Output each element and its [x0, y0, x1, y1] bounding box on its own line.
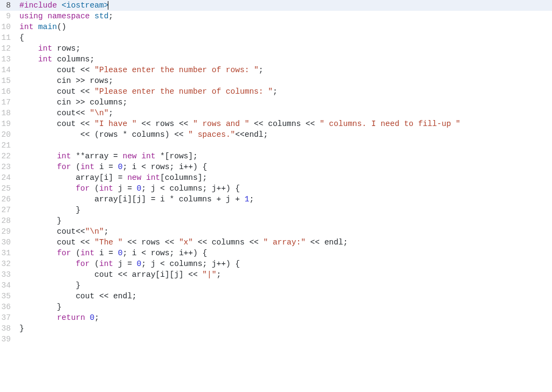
- code-line[interactable]: 18 cout<< "\n";: [0, 108, 552, 118]
- code-content[interactable]: cout<< "\n";: [16, 108, 552, 118]
- code-content[interactable]: array[i][j] = i * columns + j + 1;: [16, 194, 552, 205]
- code-token: }: [19, 324, 24, 333]
- code-line[interactable]: 8#include <iostream>: [0, 0, 552, 11]
- code-token: [19, 249, 57, 257]
- code-line[interactable]: 19 cout << "I have " << rows << " rows a…: [0, 118, 552, 129]
- code-content[interactable]: }: [16, 215, 552, 226]
- code-line[interactable]: 33 cout << array[i][j] << "|";: [0, 269, 552, 280]
- code-line[interactable]: 34 }: [0, 280, 552, 291]
- line-number: 34: [0, 280, 16, 291]
- code-token: std: [94, 12, 108, 20]
- code-token: cin >> columns;: [19, 98, 127, 107]
- code-line[interactable]: 14 cout << "Please enter the number of r…: [0, 65, 552, 75]
- code-content[interactable]: array[i] = new int[columns];: [16, 172, 552, 183]
- code-content[interactable]: for (int i = 0; i < rows; i++) {: [16, 248, 552, 258]
- code-content[interactable]: int columns;: [16, 54, 552, 65]
- code-line[interactable]: 15 cin >> rows;: [0, 75, 552, 86]
- code-line[interactable]: 20 << (rows * columns) << " spaces."<<en…: [0, 129, 552, 140]
- code-content[interactable]: for (int j = 0; j < columns; j++) {: [16, 183, 552, 194]
- line-number: 8: [0, 0, 16, 11]
- code-content[interactable]: [16, 334, 552, 345]
- code-line[interactable]: 39: [0, 334, 552, 345]
- code-token: }: [19, 216, 61, 225]
- line-number: 21: [0, 140, 16, 151]
- code-line[interactable]: 9using namespace std;: [0, 11, 552, 22]
- code-token: 0: [90, 313, 95, 322]
- code-line[interactable]: 10int main(): [0, 22, 552, 32]
- code-content[interactable]: }: [16, 280, 552, 291]
- code-token: main: [38, 23, 57, 31]
- code-content[interactable]: cout << "I have " << rows << " rows and …: [16, 118, 552, 129]
- code-content[interactable]: cout << "Please enter the number of colu…: [16, 86, 552, 97]
- code-token: " array:": [264, 238, 306, 247]
- code-content[interactable]: return 0;: [16, 312, 552, 323]
- line-number: 28: [0, 215, 16, 226]
- code-content[interactable]: cout << array[i][j] << "|";: [16, 269, 552, 280]
- code-line[interactable]: 28 }: [0, 215, 552, 226]
- code-line[interactable]: 25 for (int j = 0; j < columns; j++) {: [0, 183, 552, 194]
- code-line[interactable]: 23 for (int i = 0; i < rows; i++) {: [0, 162, 552, 172]
- code-line[interactable]: 30 cout << "The " << rows << "x" << colu…: [0, 237, 552, 248]
- code-token: new: [122, 152, 141, 160]
- code-line[interactable]: 32 for (int j = 0; j < columns; j++) {: [0, 258, 552, 269]
- code-token: new: [127, 173, 146, 182]
- code-line[interactable]: 24 array[i] = new int[columns];: [0, 172, 552, 183]
- code-line[interactable]: 38}: [0, 323, 552, 334]
- code-content[interactable]: int **array = new int *[rows];: [16, 151, 552, 162]
- code-line[interactable]: 22 int **array = new int *[rows];: [0, 151, 552, 162]
- code-content[interactable]: }: [16, 205, 552, 215]
- code-token: << columns <<: [249, 120, 320, 128]
- code-token: ;: [108, 109, 113, 117]
- code-token: (: [94, 260, 99, 268]
- code-token: ;: [249, 195, 254, 204]
- code-content[interactable]: int rows;: [16, 43, 552, 54]
- code-content[interactable]: cout << endl;: [16, 291, 552, 302]
- code-line[interactable]: 27 }: [0, 205, 552, 215]
- code-content[interactable]: #include <iostream>: [16, 0, 552, 11]
- code-token: "The ": [94, 238, 122, 247]
- code-token: ; i < rows; i++) {: [122, 163, 207, 171]
- code-line[interactable]: 26 array[i][j] = i * columns + j + 1;: [0, 194, 552, 205]
- code-content[interactable]: cout<<"\n";: [16, 226, 552, 237]
- code-content[interactable]: }: [16, 302, 552, 312]
- code-line[interactable]: 29 cout<<"\n";: [0, 226, 552, 237]
- code-token: 0: [137, 184, 142, 193]
- code-content[interactable]: {: [16, 32, 552, 43]
- code-content[interactable]: cout << "Please enter the number of rows…: [16, 65, 552, 75]
- code-content[interactable]: for (int i = 0; i < rows; i++) {: [16, 162, 552, 172]
- code-editor[interactable]: 8#include <iostream>9using namespace std…: [0, 0, 552, 345]
- code-line[interactable]: 13 int columns;: [0, 54, 552, 65]
- code-content[interactable]: << (rows * columns) << " spaces."<<endl;: [16, 129, 552, 140]
- code-content[interactable]: cout << "The " << rows << "x" << columns…: [16, 237, 552, 248]
- code-line[interactable]: 21: [0, 140, 552, 151]
- code-content[interactable]: cin >> rows;: [16, 75, 552, 86]
- code-content[interactable]: [16, 140, 552, 151]
- code-token: [19, 44, 38, 53]
- code-token: }: [19, 206, 80, 214]
- code-token: columns;: [57, 55, 95, 64]
- code-content[interactable]: }: [16, 323, 552, 334]
- code-token: "I have ": [94, 120, 136, 128]
- code-content[interactable]: cin >> columns;: [16, 97, 552, 108]
- code-token: << rows <<: [137, 120, 193, 128]
- line-number: 29: [0, 226, 16, 237]
- line-number: 16: [0, 86, 16, 97]
- code-token: i =: [99, 249, 118, 257]
- code-line[interactable]: 35 cout << endl;: [0, 291, 552, 302]
- code-content[interactable]: using namespace std;: [16, 11, 552, 22]
- code-line[interactable]: 37 return 0;: [0, 312, 552, 323]
- code-line[interactable]: 17 cin >> columns;: [0, 97, 552, 108]
- code-content[interactable]: for (int j = 0; j < columns; j++) {: [16, 258, 552, 269]
- code-content[interactable]: int main(): [16, 22, 552, 32]
- code-token: cout <<: [19, 238, 94, 247]
- code-line[interactable]: 36 }: [0, 302, 552, 312]
- code-token: ;: [273, 87, 278, 96]
- line-number: 32: [0, 258, 16, 269]
- code-token: int: [19, 23, 38, 31]
- code-line[interactable]: 12 int rows;: [0, 43, 552, 54]
- code-token: ; j < columns; j++) {: [141, 260, 240, 268]
- code-line[interactable]: 11{: [0, 32, 552, 43]
- code-token: for: [75, 184, 94, 193]
- code-line[interactable]: 16 cout << "Please enter the number of c…: [0, 86, 552, 97]
- code-line[interactable]: 31 for (int i = 0; i < rows; i++) {: [0, 248, 552, 258]
